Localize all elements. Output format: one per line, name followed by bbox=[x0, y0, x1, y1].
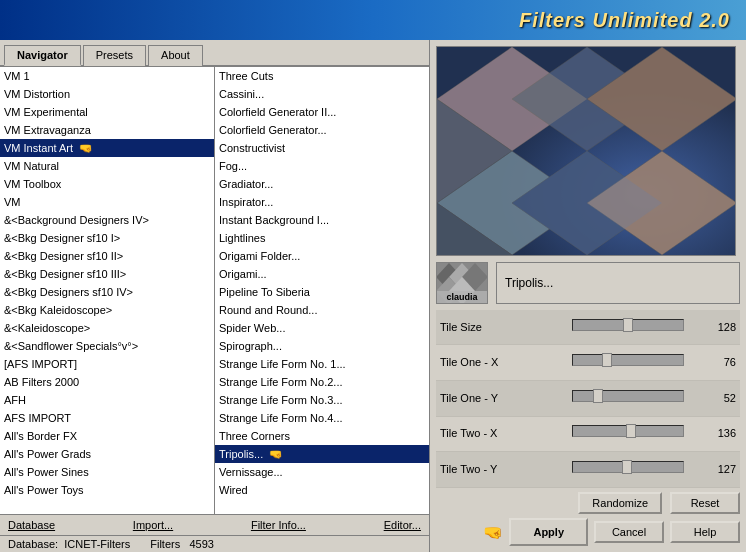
filter-spider-web[interactable]: Spider Web... bbox=[215, 319, 429, 337]
param-value: 52 bbox=[688, 380, 740, 416]
param-value: 76 bbox=[688, 345, 740, 381]
filters-label: Filters 4593 bbox=[150, 538, 214, 550]
tab-navigator[interactable]: Navigator bbox=[4, 45, 81, 66]
category-bkg-sf10-i[interactable]: &<Bkg Designer sf10 I> bbox=[0, 229, 214, 247]
filter-list[interactable]: Three Cuts Cassini... Colorfield Generat… bbox=[215, 67, 429, 514]
filter-slform4[interactable]: Strange Life Form No.4... bbox=[215, 409, 429, 427]
category-bkg-sf10-iv[interactable]: &<Bkg Designers sf10 IV> bbox=[0, 283, 214, 301]
category-list[interactable]: VM 1 VM Distortion VM Experimental VM Ex… bbox=[0, 67, 215, 514]
category-vm1[interactable]: VM 1 bbox=[0, 67, 214, 85]
filter-origami[interactable]: Origami... bbox=[215, 265, 429, 283]
editor-button[interactable]: Editor... bbox=[384, 519, 421, 531]
randomize-button[interactable]: Randomize bbox=[578, 492, 662, 514]
param-slider-cell[interactable] bbox=[568, 310, 688, 345]
param-row-4: Tile Two - Y 127 bbox=[436, 452, 740, 488]
right-panel: claudia Tripolis... Tile Size 128 Tile O… bbox=[430, 40, 746, 552]
param-row-3: Tile Two - X 136 bbox=[436, 416, 740, 452]
database-value: ICNET-Filters bbox=[64, 538, 130, 550]
filter-slform3[interactable]: Strange Life Form No.3... bbox=[215, 391, 429, 409]
category-power-sines[interactable]: All's Power Sines bbox=[0, 463, 214, 481]
filter-origami-folder[interactable]: Origami Folder... bbox=[215, 247, 429, 265]
param-value: 128 bbox=[688, 310, 740, 345]
filter-constructivist[interactable]: Constructivist bbox=[215, 139, 429, 157]
category-power-toys[interactable]: All's Power Toys bbox=[0, 481, 214, 499]
filter-vernissage[interactable]: Vernissage... bbox=[215, 463, 429, 481]
category-vm-distortion[interactable]: VM Distortion bbox=[0, 85, 214, 103]
status-bar: Database: ICNET-Filters Filters 4593 bbox=[0, 535, 429, 552]
category-vm-instant-art[interactable]: VM Instant Art 🤜 bbox=[0, 139, 214, 157]
param-slider-cell[interactable] bbox=[568, 416, 688, 452]
filter-colorfield[interactable]: Colorfield Generator... bbox=[215, 121, 429, 139]
filter-inspirator[interactable]: Inspirator... bbox=[215, 193, 429, 211]
filter-fog[interactable]: Fog... bbox=[215, 157, 429, 175]
param-value: 136 bbox=[688, 416, 740, 452]
param-slider[interactable] bbox=[572, 461, 684, 473]
category-vm[interactable]: VM bbox=[0, 193, 214, 211]
category-bkg-sf10-iii[interactable]: &<Bkg Designer sf10 III> bbox=[0, 265, 214, 283]
preview-area bbox=[436, 46, 736, 256]
help-button[interactable]: Help bbox=[670, 521, 740, 543]
category-border-fx[interactable]: All's Border FX bbox=[0, 427, 214, 445]
thumb-label: claudia bbox=[437, 291, 487, 303]
category-vm-toolbox[interactable]: VM Toolbox bbox=[0, 175, 214, 193]
param-slider-cell[interactable] bbox=[568, 345, 688, 381]
category-bkg-kaleidoscope[interactable]: &<Bkg Kaleidoscope> bbox=[0, 301, 214, 319]
action-bar: 🤜 Apply Cancel Help bbox=[436, 518, 740, 546]
left-bottom-bar: Database Import... Filter Info... Editor… bbox=[0, 514, 429, 535]
apply-arrow-icon: 🤜 bbox=[483, 523, 503, 542]
param-label: Tile One - X bbox=[436, 345, 568, 381]
tab-bar: Navigator Presets About bbox=[0, 40, 429, 67]
param-slider[interactable] bbox=[572, 390, 684, 402]
filter-gradiator[interactable]: Gradiator... bbox=[215, 175, 429, 193]
apply-button[interactable]: Apply bbox=[509, 518, 588, 546]
category-kaleidoscope[interactable]: &<Kaleidoscope> bbox=[0, 319, 214, 337]
category-panel: VM 1 VM Distortion VM Experimental VM Ex… bbox=[0, 67, 215, 514]
param-slider[interactable] bbox=[572, 354, 684, 366]
database-button[interactable]: Database bbox=[8, 519, 55, 531]
category-afh[interactable]: AFH bbox=[0, 391, 214, 409]
reset-button[interactable]: Reset bbox=[670, 492, 740, 514]
filter-cassini[interactable]: Cassini... bbox=[215, 85, 429, 103]
import-button[interactable]: Import... bbox=[133, 519, 173, 531]
param-slider[interactable] bbox=[572, 319, 684, 331]
svg-marker-9 bbox=[437, 255, 587, 256]
filter-slform1[interactable]: Strange Life Form No. 1... bbox=[215, 355, 429, 373]
param-row-0: Tile Size 128 bbox=[436, 310, 740, 345]
filter-spirograph[interactable]: Spirograph... bbox=[215, 337, 429, 355]
filters-value: 4593 bbox=[189, 538, 213, 550]
filter-tripolis[interactable]: Tripolis... 🤜 bbox=[215, 445, 429, 463]
filter-slform2[interactable]: Strange Life Form No.2... bbox=[215, 373, 429, 391]
param-slider-cell[interactable] bbox=[568, 452, 688, 488]
app-title: Filters Unlimited 2.0 bbox=[519, 9, 730, 32]
main-container: Navigator Presets About VM 1 VM Distorti… bbox=[0, 40, 746, 552]
cancel-button[interactable]: Cancel bbox=[594, 521, 664, 543]
category-vm-extravaganza[interactable]: VM Extravaganza bbox=[0, 121, 214, 139]
category-power-grads[interactable]: All's Power Grads bbox=[0, 445, 214, 463]
category-bkg-sf10-ii[interactable]: &<Bkg Designer sf10 II> bbox=[0, 247, 214, 265]
lists-area: VM 1 VM Distortion VM Experimental VM Ex… bbox=[0, 67, 429, 514]
param-row-1: Tile One - X 76 bbox=[436, 345, 740, 381]
param-slider[interactable] bbox=[572, 425, 684, 437]
filter-instant-bg[interactable]: Instant Background I... bbox=[215, 211, 429, 229]
category-vm-natural[interactable]: VM Natural bbox=[0, 157, 214, 175]
filter-wired[interactable]: Wired bbox=[215, 481, 429, 499]
category-ab-filters[interactable]: AB Filters 2000 bbox=[0, 373, 214, 391]
category-sandflower[interactable]: &<Sandflower Specials°v°> bbox=[0, 337, 214, 355]
filter-pipeline[interactable]: Pipeline To Siberia bbox=[215, 283, 429, 301]
filter-info-row: claudia Tripolis... bbox=[436, 262, 740, 304]
filter-round-round[interactable]: Round and Round... bbox=[215, 301, 429, 319]
filter-three-corners[interactable]: Three Corners bbox=[215, 427, 429, 445]
category-afs-import[interactable]: AFS IMPORT bbox=[0, 409, 214, 427]
category-bg-designers-iv[interactable]: &<Background Designers IV> bbox=[0, 211, 214, 229]
filter-three-cuts[interactable]: Three Cuts bbox=[215, 67, 429, 85]
preview-image bbox=[437, 47, 736, 256]
category-afs-import-bracket[interactable]: [AFS IMPORT] bbox=[0, 355, 214, 373]
filter-lightlines[interactable]: Lightlines bbox=[215, 229, 429, 247]
filter-info-button[interactable]: Filter Info... bbox=[251, 519, 306, 531]
tab-about[interactable]: About bbox=[148, 45, 203, 66]
param-slider-cell[interactable] bbox=[568, 380, 688, 416]
tab-presets[interactable]: Presets bbox=[83, 45, 146, 66]
category-vm-experimental[interactable]: VM Experimental bbox=[0, 103, 214, 121]
filter-colorfield-ii[interactable]: Colorfield Generator II... bbox=[215, 103, 429, 121]
filter-name-display: Tripolis... bbox=[496, 262, 740, 304]
